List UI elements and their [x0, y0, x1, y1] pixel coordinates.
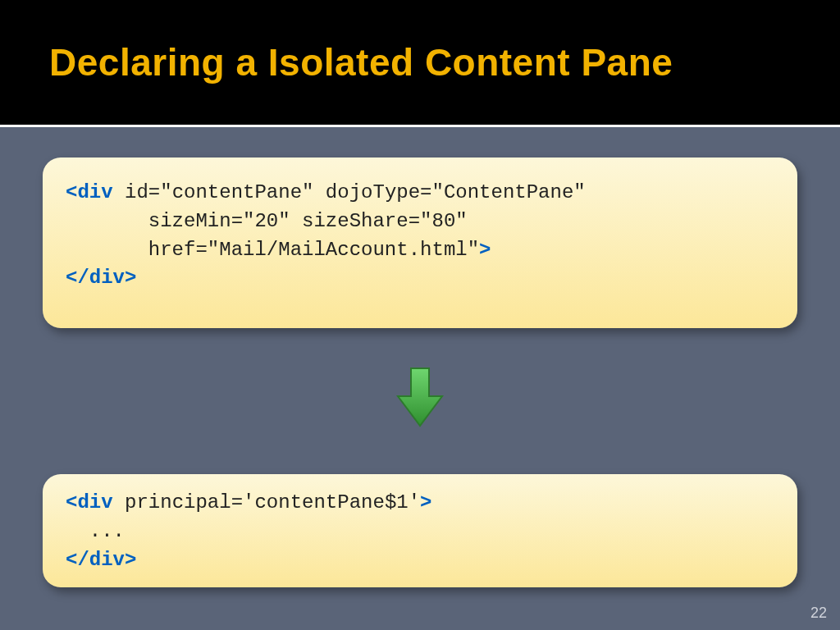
tag-name: div: [77, 491, 112, 514]
slide: Declaring a Isolated Content Pane <div i…: [0, 0, 840, 630]
code-attrs-line3: href="Mail/MailAccount.html": [66, 239, 479, 261]
tag-close-angle: >: [479, 239, 491, 261]
tag-open-bracket: <: [66, 181, 77, 203]
down-arrow-icon: [395, 365, 445, 429]
code-block-result: <div principal='contentPane$1'> ... </di…: [43, 474, 797, 587]
page-number: 22: [810, 605, 827, 622]
tag-open-bracket: <: [66, 491, 77, 514]
slide-title: Declaring a Isolated Content Pane: [49, 40, 673, 84]
tag-close: </div>: [66, 549, 136, 571]
code-content: <div id="contentPane" dojoType="ContentP…: [66, 179, 774, 293]
arrow-container: [0, 365, 840, 429]
tag-name: div: [77, 181, 112, 203]
code-block-source: <div id="contentPane" dojoType="ContentP…: [43, 158, 797, 328]
code-attrs-line2: sizeMin="20" sizeShare="80": [66, 210, 468, 232]
tag-close: </div>: [66, 267, 136, 289]
code-body: ...: [66, 520, 125, 542]
code-attrs-line1: id="contentPane" dojoType="ContentPane": [113, 181, 586, 203]
code-content: <div principal='contentPane$1'> ... </di…: [66, 489, 774, 574]
code-attrs: principal='contentPane$1': [113, 491, 420, 514]
tag-close-angle: >: [420, 491, 431, 514]
slide-header: Declaring a Isolated Content Pane: [0, 0, 840, 127]
